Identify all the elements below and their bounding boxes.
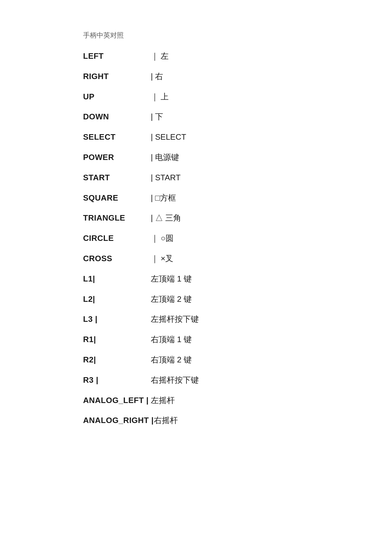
- key-chinese: ｜ 上: [151, 92, 169, 102]
- key-english: START: [83, 173, 151, 183]
- key-chinese: | 右: [151, 71, 163, 82]
- key-chinese: 左摇杆: [151, 395, 175, 406]
- key-english: L2|: [83, 294, 151, 305]
- list-item: CIRCLE｜ ○圆: [83, 233, 392, 244]
- key-chinese: 右摇杆按下键: [151, 375, 199, 385]
- list-item: CROSS｜ ×叉: [83, 254, 392, 264]
- list-item: POWER| 电源键: [83, 152, 392, 163]
- key-chinese: 左顶端 1 键: [151, 274, 192, 284]
- key-english: RIGHT: [83, 71, 151, 82]
- key-english: POWER: [83, 152, 151, 163]
- list-item: START| START: [83, 173, 392, 183]
- list-item: ANALOG_RIGHT |右摇杆: [83, 415, 392, 426]
- key-chinese: | 电源键: [151, 152, 179, 163]
- key-english: SELECT: [83, 132, 151, 142]
- list-item: TRIANGLE| △ 三角: [83, 213, 392, 223]
- list-item: RIGHT| 右: [83, 71, 392, 82]
- list-item: R3 |右摇杆按下键: [83, 375, 392, 385]
- key-english: TRIANGLE: [83, 213, 151, 223]
- key-english: R2|: [83, 355, 151, 365]
- key-english: SQUARE: [83, 193, 151, 203]
- key-english: ANALOG_LEFT |: [83, 395, 151, 406]
- list-item: L2|左顶端 2 键: [83, 294, 392, 305]
- key-english: L1|: [83, 274, 151, 284]
- key-english: LEFT: [83, 51, 151, 62]
- key-chinese: | □方框: [151, 193, 176, 203]
- key-english: ANALOG_RIGHT |: [83, 415, 154, 426]
- list-item: L1|左顶端 1 键: [83, 274, 392, 284]
- list-item: R1|右顶端 1 键: [83, 334, 392, 345]
- key-chinese: 右摇杆: [154, 415, 178, 426]
- key-chinese: | START: [151, 173, 181, 183]
- key-chinese: | △ 三角: [151, 213, 181, 223]
- key-chinese: | SELECT: [151, 132, 186, 142]
- main-container: 手柄中英对照 LEFT｜ 左RIGHT| 右UP｜ 上DOWN| 下SELECT…: [0, 0, 392, 466]
- key-english: L3 |: [83, 314, 151, 325]
- list-item: R2|右顶端 2 键: [83, 355, 392, 365]
- key-chinese: | 下: [151, 112, 163, 122]
- key-english: CROSS: [83, 254, 151, 264]
- list-item: DOWN| 下: [83, 112, 392, 122]
- mapping-list: LEFT｜ 左RIGHT| 右UP｜ 上DOWN| 下SELECT| SELEC…: [83, 51, 392, 426]
- key-english: UP: [83, 92, 151, 102]
- list-item: ANALOG_LEFT |左摇杆: [83, 395, 392, 406]
- key-chinese: 左摇杆按下键: [151, 314, 199, 325]
- key-english: DOWN: [83, 112, 151, 122]
- page-title: 手柄中英对照: [83, 31, 392, 40]
- key-chinese: 右顶端 1 键: [151, 334, 192, 345]
- list-item: SELECT| SELECT: [83, 132, 392, 142]
- list-item: LEFT｜ 左: [83, 51, 392, 62]
- list-item: SQUARE| □方框: [83, 193, 392, 203]
- key-english: R1|: [83, 334, 151, 345]
- list-item: L3 |左摇杆按下键: [83, 314, 392, 325]
- key-chinese: 右顶端 2 键: [151, 355, 192, 365]
- key-chinese: ｜ ×叉: [151, 254, 173, 264]
- key-chinese: ｜ 左: [151, 51, 169, 62]
- list-item: UP｜ 上: [83, 92, 392, 102]
- key-chinese: ｜ ○圆: [151, 233, 174, 244]
- key-english: R3 |: [83, 375, 151, 385]
- key-chinese: 左顶端 2 键: [151, 294, 192, 305]
- key-english: CIRCLE: [83, 233, 151, 244]
